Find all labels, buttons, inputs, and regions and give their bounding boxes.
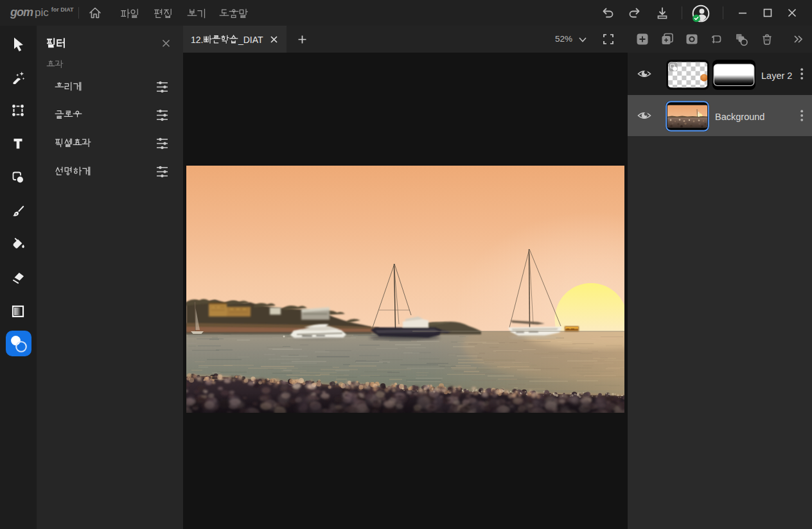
svg-text:_DIAT: _DIAT <box>238 35 263 45</box>
svg-text:12.: 12. <box>191 35 203 45</box>
